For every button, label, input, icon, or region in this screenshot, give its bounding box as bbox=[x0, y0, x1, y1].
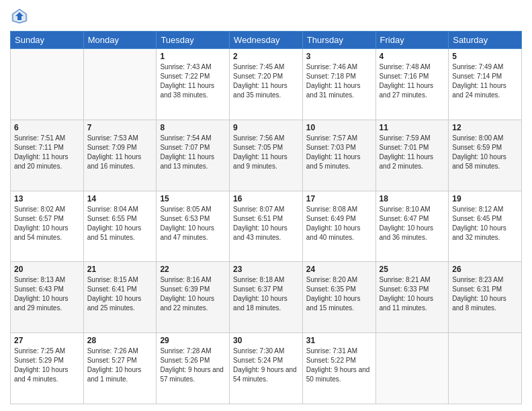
calendar-day-cell bbox=[449, 333, 522, 404]
day-number: 25 bbox=[380, 265, 445, 274]
calendar-table: SundayMondayTuesdayWednesdayThursdayFrid… bbox=[10, 31, 522, 404]
day-number: 1 bbox=[160, 52, 226, 61]
calendar-day-cell: 7Sunrise: 7:53 AMSunset: 7:09 PMDaylight… bbox=[83, 120, 157, 191]
day-detail: Sunrise: 7:28 AMSunset: 5:26 PMDaylight:… bbox=[160, 347, 226, 384]
day-number: 17 bbox=[306, 194, 372, 203]
calendar-week-row: 27Sunrise: 7:25 AMSunset: 5:29 PMDayligh… bbox=[11, 333, 522, 404]
weekday-header-tuesday: Tuesday bbox=[157, 32, 230, 49]
day-number: 29 bbox=[160, 336, 226, 345]
calendar-body: 1Sunrise: 7:43 AMSunset: 7:22 PMDaylight… bbox=[11, 49, 522, 404]
day-number: 15 bbox=[160, 194, 226, 203]
day-detail: Sunrise: 8:04 AMSunset: 6:55 PMDaylight:… bbox=[87, 205, 153, 242]
weekday-header-thursday: Thursday bbox=[302, 32, 375, 49]
day-detail: Sunrise: 7:56 AMSunset: 7:05 PMDaylight:… bbox=[233, 134, 299, 171]
day-number: 23 bbox=[233, 265, 299, 274]
weekday-header-wednesday: Wednesday bbox=[230, 32, 303, 49]
calendar-day-cell: 28Sunrise: 7:26 AMSunset: 5:27 PMDayligh… bbox=[83, 333, 157, 404]
day-number: 13 bbox=[14, 194, 80, 203]
calendar-day-cell: 10Sunrise: 7:57 AMSunset: 7:03 PMDayligh… bbox=[302, 120, 375, 191]
calendar-header-row: SundayMondayTuesdayWednesdayThursdayFrid… bbox=[11, 32, 522, 49]
day-detail: Sunrise: 8:23 AMSunset: 6:31 PMDaylight:… bbox=[452, 275, 518, 313]
day-number: 11 bbox=[380, 123, 445, 132]
calendar-day-cell: 1Sunrise: 7:43 AMSunset: 7:22 PMDaylight… bbox=[157, 49, 230, 120]
day-detail: Sunrise: 8:18 AMSunset: 6:37 PMDaylight:… bbox=[233, 275, 299, 313]
calendar-day-cell: 30Sunrise: 7:30 AMSunset: 5:24 PMDayligh… bbox=[230, 333, 303, 404]
weekday-header-friday: Friday bbox=[375, 32, 449, 49]
day-number: 20 bbox=[14, 265, 80, 274]
day-number: 3 bbox=[306, 52, 372, 61]
day-number: 26 bbox=[452, 265, 518, 274]
calendar-day-cell: 8Sunrise: 7:54 AMSunset: 7:07 PMDaylight… bbox=[157, 120, 230, 191]
day-detail: Sunrise: 8:08 AMSunset: 6:49 PMDaylight:… bbox=[306, 205, 372, 242]
weekday-header-monday: Monday bbox=[83, 32, 157, 49]
day-number: 22 bbox=[160, 265, 226, 274]
day-number: 10 bbox=[306, 123, 372, 132]
day-number: 5 bbox=[452, 52, 518, 61]
day-number: 19 bbox=[452, 194, 518, 203]
calendar-day-cell: 19Sunrise: 8:12 AMSunset: 6:45 PMDayligh… bbox=[449, 191, 522, 262]
day-detail: Sunrise: 8:13 AMSunset: 6:43 PMDaylight:… bbox=[14, 275, 80, 313]
calendar-day-cell: 26Sunrise: 8:23 AMSunset: 6:31 PMDayligh… bbox=[449, 262, 522, 333]
calendar-day-cell: 23Sunrise: 8:18 AMSunset: 6:37 PMDayligh… bbox=[230, 262, 303, 333]
day-detail: Sunrise: 8:20 AMSunset: 6:35 PMDaylight:… bbox=[306, 275, 372, 313]
day-number: 27 bbox=[14, 336, 80, 345]
calendar-week-row: 13Sunrise: 8:02 AMSunset: 6:57 PMDayligh… bbox=[11, 191, 522, 262]
day-number: 8 bbox=[160, 123, 226, 132]
calendar-day-cell: 2Sunrise: 7:45 AMSunset: 7:20 PMDaylight… bbox=[230, 49, 303, 120]
day-number: 6 bbox=[14, 123, 80, 132]
day-detail: Sunrise: 7:46 AMSunset: 7:18 PMDaylight:… bbox=[306, 62, 372, 100]
day-number: 12 bbox=[452, 123, 518, 132]
calendar-day-cell: 18Sunrise: 8:10 AMSunset: 6:47 PMDayligh… bbox=[375, 191, 449, 262]
calendar-day-cell: 4Sunrise: 7:48 AMSunset: 7:16 PMDaylight… bbox=[375, 49, 449, 120]
logo-icon bbox=[10, 7, 29, 26]
day-number: 24 bbox=[306, 265, 372, 274]
calendar-day-cell: 17Sunrise: 8:08 AMSunset: 6:49 PMDayligh… bbox=[302, 191, 375, 262]
day-detail: Sunrise: 8:07 AMSunset: 6:51 PMDaylight:… bbox=[233, 205, 299, 242]
header bbox=[10, 7, 522, 26]
day-detail: Sunrise: 7:51 AMSunset: 7:11 PMDaylight:… bbox=[14, 134, 80, 171]
day-detail: Sunrise: 8:10 AMSunset: 6:47 PMDaylight:… bbox=[380, 205, 445, 242]
weekday-header-sunday: Sunday bbox=[11, 32, 84, 49]
day-detail: Sunrise: 8:15 AMSunset: 6:41 PMDaylight:… bbox=[87, 275, 153, 313]
calendar-day-cell: 15Sunrise: 8:05 AMSunset: 6:53 PMDayligh… bbox=[157, 191, 230, 262]
calendar-day-cell bbox=[375, 333, 449, 404]
calendar-day-cell: 12Sunrise: 8:00 AMSunset: 6:59 PMDayligh… bbox=[449, 120, 522, 191]
day-detail: Sunrise: 7:48 AMSunset: 7:16 PMDaylight:… bbox=[380, 62, 445, 100]
day-number: 18 bbox=[380, 194, 445, 203]
day-detail: Sunrise: 8:02 AMSunset: 6:57 PMDaylight:… bbox=[14, 205, 80, 242]
calendar-day-cell: 29Sunrise: 7:28 AMSunset: 5:26 PMDayligh… bbox=[157, 333, 230, 404]
calendar-day-cell: 14Sunrise: 8:04 AMSunset: 6:55 PMDayligh… bbox=[83, 191, 157, 262]
day-number: 4 bbox=[380, 52, 445, 61]
calendar-week-row: 1Sunrise: 7:43 AMSunset: 7:22 PMDaylight… bbox=[11, 49, 522, 120]
day-number: 31 bbox=[306, 336, 372, 345]
day-number: 28 bbox=[87, 336, 153, 345]
day-detail: Sunrise: 7:45 AMSunset: 7:20 PMDaylight:… bbox=[233, 62, 299, 100]
calendar-day-cell: 25Sunrise: 8:21 AMSunset: 6:33 PMDayligh… bbox=[375, 262, 449, 333]
day-detail: Sunrise: 7:53 AMSunset: 7:09 PMDaylight:… bbox=[87, 134, 153, 171]
calendar-day-cell: 6Sunrise: 7:51 AMSunset: 7:11 PMDaylight… bbox=[11, 120, 84, 191]
weekday-header-saturday: Saturday bbox=[449, 32, 522, 49]
logo bbox=[10, 7, 32, 26]
calendar-day-cell: 20Sunrise: 8:13 AMSunset: 6:43 PMDayligh… bbox=[11, 262, 84, 333]
day-number: 16 bbox=[233, 194, 299, 203]
day-detail: Sunrise: 7:26 AMSunset: 5:27 PMDaylight:… bbox=[87, 347, 153, 384]
calendar-week-row: 6Sunrise: 7:51 AMSunset: 7:11 PMDaylight… bbox=[11, 120, 522, 191]
day-detail: Sunrise: 7:43 AMSunset: 7:22 PMDaylight:… bbox=[160, 62, 226, 100]
calendar-day-cell: 3Sunrise: 7:46 AMSunset: 7:18 PMDaylight… bbox=[302, 49, 375, 120]
calendar-day-cell: 24Sunrise: 8:20 AMSunset: 6:35 PMDayligh… bbox=[302, 262, 375, 333]
calendar-week-row: 20Sunrise: 8:13 AMSunset: 6:43 PMDayligh… bbox=[11, 262, 522, 333]
calendar-day-cell bbox=[11, 49, 84, 120]
calendar-day-cell: 27Sunrise: 7:25 AMSunset: 5:29 PMDayligh… bbox=[11, 333, 84, 404]
day-detail: Sunrise: 7:57 AMSunset: 7:03 PMDaylight:… bbox=[306, 134, 372, 171]
calendar-day-cell: 22Sunrise: 8:16 AMSunset: 6:39 PMDayligh… bbox=[157, 262, 230, 333]
day-detail: Sunrise: 7:30 AMSunset: 5:24 PMDaylight:… bbox=[233, 347, 299, 384]
day-detail: Sunrise: 7:54 AMSunset: 7:07 PMDaylight:… bbox=[160, 134, 226, 171]
day-detail: Sunrise: 7:49 AMSunset: 7:14 PMDaylight:… bbox=[452, 62, 518, 100]
page: SundayMondayTuesdayWednesdayThursdayFrid… bbox=[0, 0, 532, 411]
day-detail: Sunrise: 7:25 AMSunset: 5:29 PMDaylight:… bbox=[14, 347, 80, 384]
day-detail: Sunrise: 7:31 AMSunset: 5:22 PMDaylight:… bbox=[306, 347, 372, 384]
calendar-day-cell bbox=[83, 49, 157, 120]
calendar-day-cell: 5Sunrise: 7:49 AMSunset: 7:14 PMDaylight… bbox=[449, 49, 522, 120]
day-number: 9 bbox=[233, 123, 299, 132]
day-detail: Sunrise: 8:16 AMSunset: 6:39 PMDaylight:… bbox=[160, 275, 226, 313]
